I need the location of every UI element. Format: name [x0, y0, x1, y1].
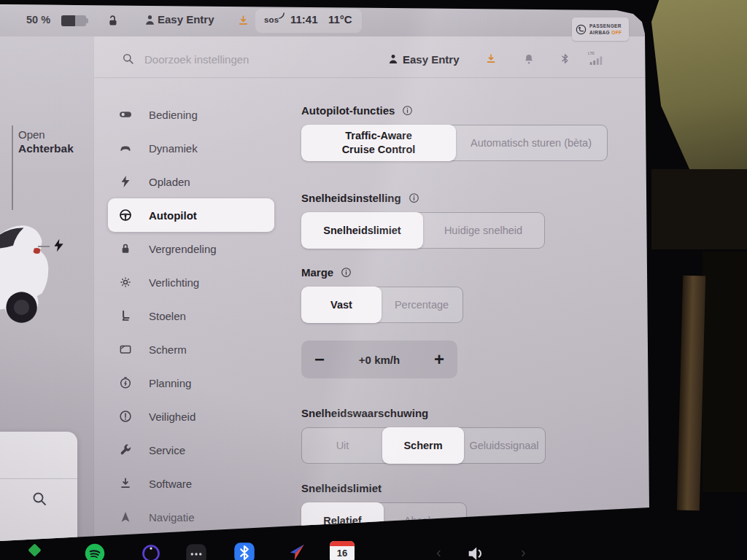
section-title: Autopilot-functies	[301, 104, 395, 117]
option-autosteer[interactable]: Automatisch sturen (bèta)	[455, 125, 607, 160]
toggle-icon	[118, 107, 133, 122]
open-trunk-button[interactable]: Open	[18, 128, 45, 141]
navigation-icon	[118, 510, 133, 524]
display-icon	[118, 342, 133, 357]
offset-value: +0 km/h	[338, 354, 421, 366]
minus-button[interactable]: −	[301, 351, 338, 368]
option-absolute[interactable]: Absoluut	[383, 503, 466, 538]
volume-icon[interactable]	[465, 542, 486, 560]
section-title: Snelheidslimiet	[301, 482, 382, 494]
bell-icon[interactable]	[522, 52, 535, 66]
settings-sidebar: Bediening Dynamiek Opladen	[108, 98, 274, 534]
charge-pointer-line	[38, 246, 50, 247]
bolt-icon	[118, 174, 133, 189]
section-snelheidsinstelling: Snelheidsinstelling Snelheidslimiet Huid…	[301, 192, 545, 249]
energy-icon[interactable]	[28, 543, 41, 556]
info-icon[interactable]	[401, 104, 414, 117]
speed-limit-segment: Relatief Absoluut	[301, 502, 467, 539]
media-prev-icon[interactable]: ‹	[436, 544, 441, 560]
speed-setting-segment: Snelheidslimiet Huidige snelheid	[301, 212, 545, 249]
download-icon	[118, 476, 133, 491]
topbar-profile-name[interactable]: Easy Entry	[403, 53, 460, 66]
download-icon[interactable]	[484, 52, 498, 66]
section-title: Marge	[301, 266, 333, 279]
plus-button[interactable]: +	[421, 351, 457, 368]
sidebar-item-software[interactable]: Software	[108, 467, 274, 500]
media-next-icon[interactable]: ›	[521, 544, 526, 560]
option-off[interactable]: Uit	[302, 428, 383, 463]
background-wall	[651, 0, 747, 182]
car-icon	[118, 141, 133, 155]
autopilot-features-segment: Traffic-Aware Cruise Control Automatisch…	[301, 125, 608, 161]
sidebar-item-autopilot[interactable]: Autopilot	[108, 198, 274, 232]
info-icon[interactable]	[408, 192, 420, 204]
profile-icon[interactable]	[143, 13, 157, 27]
offset-stepper: − +0 km/h +	[301, 341, 457, 378]
section-snelheidslimiet: Snelheidslimiet Relatief Absoluut	[301, 482, 467, 539]
status-profile-name[interactable]: Easy Entry	[158, 13, 214, 26]
steering-wheel-icon	[118, 208, 133, 222]
calendar-day: 16	[330, 548, 355, 559]
calendar-red-strip	[330, 541, 355, 546]
camera-lens-icon[interactable]	[140, 542, 162, 560]
more-apps-icon[interactable]	[185, 543, 207, 560]
sidebar-item-stoelen[interactable]: Stoelen	[108, 299, 274, 332]
option-percentage[interactable]: Percentage	[381, 287, 462, 322]
option-current-speed[interactable]: Huidige snelheid	[422, 213, 544, 248]
section-snelheidswaarschuwing: Snelheidswaarschuwing Uit Scherm Geluids…	[301, 407, 546, 464]
background-wood-trim	[677, 276, 705, 511]
option-chime[interactable]: Geluidssignaal	[463, 428, 545, 463]
status-bar: 50 % Easy Entry sos 11:41 11°C	[0, 4, 649, 37]
background-dashboard	[651, 169, 747, 249]
unlock-icon[interactable]	[105, 14, 119, 28]
option-tacc[interactable]: Traffic-Aware Cruise Control	[301, 125, 456, 161]
trunk-label[interactable]: Achterbak	[18, 142, 74, 155]
calendar-icon[interactable]: 16	[330, 541, 355, 560]
search-icon[interactable]	[31, 490, 48, 508]
offset-segment: Vast Percentage	[301, 287, 463, 323]
airbag-icon	[576, 24, 587, 35]
download-icon[interactable]	[236, 14, 250, 28]
option-fixed[interactable]: Vast	[301, 287, 382, 323]
spotify-icon[interactable]	[84, 542, 106, 560]
bottom-left-card	[0, 432, 77, 556]
sidebar-item-vergrendeling[interactable]: Vergrendeling	[108, 232, 274, 265]
airbag-line2: AIRBAG	[589, 30, 610, 35]
clock-time: 11:41	[290, 13, 318, 26]
sidebar-item-verlichting[interactable]: Verlichting	[108, 265, 274, 299]
option-relative[interactable]: Relatief	[301, 502, 384, 539]
lock-icon	[118, 241, 133, 256]
battery-percent[interactable]: 50 %	[26, 14, 50, 26]
sidebar-item-veiligheid[interactable]: Veiligheid	[108, 400, 274, 433]
background-dashboard-dark	[703, 252, 747, 492]
bluetooth-icon[interactable]	[559, 52, 571, 65]
sidebar-item-bediening[interactable]: Bediening	[108, 98, 274, 131]
sos-label: sos	[264, 15, 279, 24]
navigation-app-icon[interactable]	[286, 541, 308, 560]
outside-temperature[interactable]: 11°C	[328, 13, 352, 26]
cabin-photo: 50 % Easy Entry sos 11:41 11°C	[0, 0, 747, 560]
airbag-status: OFF	[611, 30, 622, 35]
sidebar-item-service[interactable]: Service	[108, 433, 274, 467]
search-input[interactable]: Doorzoek instellingen	[144, 53, 249, 66]
sos-signal-icon	[279, 12, 285, 19]
bluetooth-icon[interactable]	[233, 542, 255, 560]
info-icon[interactable]	[340, 266, 352, 279]
battery-icon	[61, 15, 86, 26]
section-marge: Marge Vast Percentage − +0 km/h +	[301, 266, 463, 378]
profile-icon[interactable]	[387, 52, 400, 66]
sidebar-item-dynamiek[interactable]: Dynamiek	[108, 131, 274, 165]
option-display[interactable]: Scherm	[382, 427, 464, 464]
sidebar-item-opladen[interactable]: Opladen	[108, 165, 274, 198]
search-icon	[121, 52, 135, 66]
charge-bolt-icon	[51, 237, 66, 254]
warning-icon	[118, 409, 133, 424]
option-speed-limit[interactable]: Snelheidslimiet	[301, 212, 423, 249]
speed-warning-segment: Uit Scherm Geluidssignaal	[301, 427, 546, 464]
sidebar-item-scherm[interactable]: Scherm	[108, 332, 274, 366]
sidebar-item-navigatie[interactable]: Navigatie	[108, 500, 274, 534]
clock-icon	[118, 376, 133, 390]
seat-icon	[118, 308, 133, 323]
sidebar-item-planning[interactable]: Planning	[108, 366, 274, 400]
tesla-touchscreen: 50 % Easy Entry sos 11:41 11°C	[0, 0, 747, 560]
